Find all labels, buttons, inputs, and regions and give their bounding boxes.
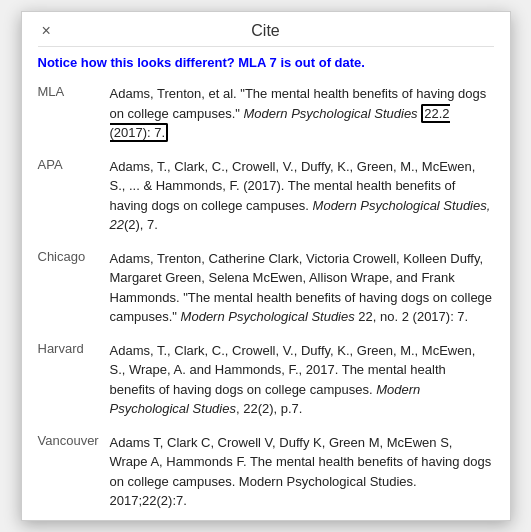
close-button[interactable]: × <box>38 22 55 40</box>
mla-label: MLA <box>38 80 110 153</box>
notice-text: Notice how this looks different? MLA 7 i… <box>38 55 494 70</box>
chicago-label: Chicago <box>38 245 110 337</box>
mla-content: Adams, Trenton, et al. "The mental healt… <box>110 80 494 153</box>
harvard-label: Harvard <box>38 337 110 429</box>
vancouver-label: Vancouver <box>38 429 110 521</box>
apa-row: APA Adams, T., Clark, C., Crowell, V., D… <box>38 153 494 245</box>
harvard-row: Harvard Adams, T., Clark, C., Crowell, V… <box>38 337 494 429</box>
vancouver-row: Vancouver Adams T, Clark C, Crowell V, D… <box>38 429 494 521</box>
harvard-content: Adams, T., Clark, C., Crowell, V., Duffy… <box>110 337 494 429</box>
apa-content: Adams, T., Clark, C., Crowell, V., Duffy… <box>110 153 494 245</box>
modal-header: × Cite <box>38 22 494 47</box>
chicago-content: Adams, Trenton, Catherine Clark, Victori… <box>110 245 494 337</box>
apa-label: APA <box>38 153 110 245</box>
citations-table: MLA Adams, Trenton, et al. "The mental h… <box>38 80 494 521</box>
cite-modal: × Cite Notice how this looks different? … <box>21 11 511 521</box>
chicago-row: Chicago Adams, Trenton, Catherine Clark,… <box>38 245 494 337</box>
vancouver-content: Adams T, Clark C, Crowell V, Duffy K, Gr… <box>110 429 494 521</box>
modal-title: Cite <box>251 22 279 40</box>
mla-row: MLA Adams, Trenton, et al. "The mental h… <box>38 80 494 153</box>
